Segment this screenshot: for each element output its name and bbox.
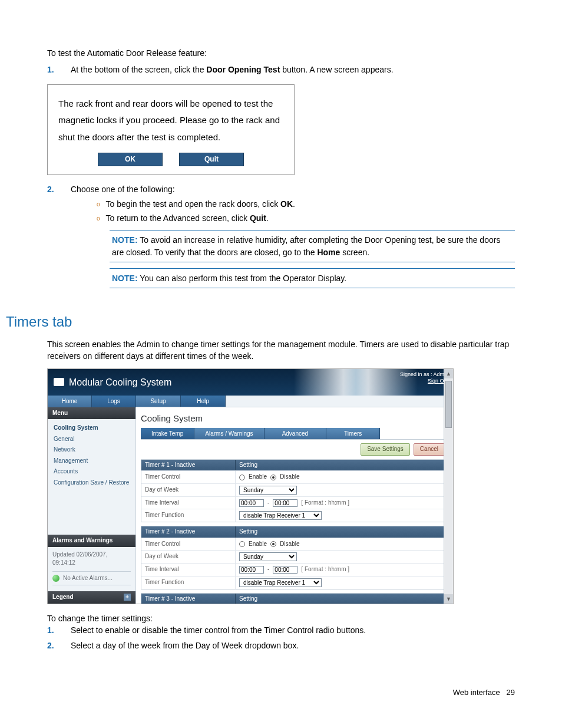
header-banner-image — [294, 369, 418, 396]
note-operator-display: NOTE: You can also perform this test fro… — [110, 268, 515, 288]
timer-header: Timer # 3 - Inactive — [141, 594, 236, 604]
function-select[interactable]: disable Trap Receiver 1 — [239, 578, 322, 587]
bullet-icon: o — [97, 201, 100, 207]
time-from-input[interactable] — [239, 499, 264, 507]
scroll-down-icon[interactable]: ▼ — [444, 594, 453, 604]
label-time-interval: Time Interval — [141, 564, 236, 576]
setting-header: Setting — [236, 526, 444, 538]
label-timer-function: Timer Function — [141, 577, 236, 589]
hp-logo-icon — [54, 378, 64, 386]
legend-header[interactable]: Legend + — [48, 591, 135, 604]
intro-text: To test the Automatic Door Release featu… — [47, 47, 515, 59]
step-number-2: 2. — [47, 183, 71, 294]
note-humidity: NOTE: To avoid an increase in relative h… — [110, 230, 515, 262]
step-2-text: Choose one of the following: — [71, 185, 175, 194]
bullet-icon: o — [97, 215, 100, 222]
app-logo: Modular Cooling System — [54, 375, 171, 389]
radio-disable[interactable] — [270, 475, 276, 480]
timer-block-2: Timer # 2 - InactiveSettingTimer Control… — [141, 526, 445, 589]
side-item-cooling[interactable]: Cooling System — [54, 423, 135, 434]
section-intro: This screen enables the Admin to change … — [47, 338, 515, 363]
tab-advanced[interactable]: Advanced — [265, 428, 326, 439]
tab-intake-temp[interactable]: Intake Temp — [141, 428, 194, 439]
post-step-1-num: 1. — [47, 624, 71, 636]
alarms-header: Alarms and Warnings — [48, 535, 135, 547]
label-timer-function: Timer Function — [141, 509, 236, 522]
step-1-text: At the bottom of the screen, click the D… — [71, 64, 394, 75]
time-from-input[interactable] — [239, 566, 264, 574]
label-timer-control: Timer Control — [141, 538, 236, 551]
tab-alarms[interactable]: Alarms / Warnings — [194, 428, 264, 439]
day-select[interactable]: Sunday — [239, 486, 297, 495]
label-timer-control: Timer Control — [141, 471, 236, 483]
quit-button[interactable]: Quit — [179, 153, 244, 166]
scroll-up-icon[interactable]: ▲ — [444, 369, 453, 378]
expand-icon[interactable]: + — [124, 594, 131, 601]
timer-block-3: Timer # 3 - InactiveSettingTimer Control… — [141, 593, 445, 604]
timer-block-1: Timer # 1 - InactiveSettingTimer Control… — [141, 459, 445, 523]
side-item-network[interactable]: Network — [54, 444, 135, 456]
side-item-general[interactable]: General — [54, 434, 135, 445]
substep-ok: oTo begin the test and open the rack doo… — [97, 198, 515, 210]
signin-info: Signed in as : Admin Sign Out — [400, 371, 448, 385]
scroll-thumb[interactable] — [445, 381, 452, 428]
post-step-2: Select a day of the week from the Day of… — [71, 640, 299, 651]
status-ok-icon — [52, 575, 59, 582]
timer-header: Timer # 1 - Inactive — [141, 460, 236, 471]
side-menu: Cooling System General Network Managemen… — [48, 419, 135, 494]
save-settings-button[interactable]: Save Settings — [361, 443, 410, 456]
main-title: Cooling System — [141, 412, 445, 425]
label-day-of-week: Day of Week — [141, 551, 236, 563]
setting-header: Setting — [236, 460, 444, 471]
post-step-1: Select to enable or disable the timer co… — [71, 624, 366, 636]
tab-timers[interactable]: Timers — [326, 428, 380, 439]
format-hint: [ Format : hh:mm ] — [301, 499, 349, 508]
radio-enable[interactable] — [239, 541, 245, 547]
alarms-updated: Updated 02/06/2007, 09:14:12 — [52, 551, 131, 568]
label-day-of-week: Day of Week — [141, 484, 236, 496]
footer-section: Web interface — [453, 687, 500, 699]
nav-help[interactable]: Help — [181, 396, 226, 407]
dialog-message: The rack front and rear doors will be op… — [58, 95, 283, 146]
post-step-2-num: 2. — [47, 640, 71, 651]
function-select[interactable]: disable Trap Receiver 1 — [239, 511, 322, 520]
side-item-config[interactable]: Configuration Save / Restore — [54, 477, 135, 489]
setting-header: Setting — [236, 594, 444, 604]
side-menu-header: Menu — [48, 407, 135, 420]
post-intro: To change the timer settings: — [47, 612, 515, 624]
no-alarms-text: No Active Alarms... — [63, 574, 113, 583]
format-hint: [ Format : hh:mm ] — [301, 565, 349, 574]
radio-disable[interactable] — [270, 541, 276, 547]
side-item-accounts[interactable]: Accounts — [54, 466, 135, 477]
timers-screenshot: Modular Cooling System Signed in as : Ad… — [47, 368, 454, 604]
nav-home[interactable]: Home — [48, 396, 92, 407]
nav-logs[interactable]: Logs — [92, 396, 136, 407]
day-select[interactable]: Sunday — [239, 552, 297, 561]
ok-button[interactable]: OK — [98, 153, 163, 166]
section-heading-timers: Timers tab — [6, 312, 515, 332]
radio-enable[interactable] — [239, 475, 245, 480]
timer-header: Timer # 2 - Inactive — [141, 526, 236, 538]
footer-page: 29 — [507, 687, 515, 699]
side-item-management[interactable]: Management — [54, 456, 135, 467]
door-test-dialog: The rack front and rear doors will be op… — [47, 84, 295, 176]
cancel-button[interactable]: Cancel — [414, 443, 445, 456]
time-to-input[interactable] — [273, 499, 297, 507]
nav-setup[interactable]: Setup — [136, 396, 181, 407]
substep-quit: oTo return to the Advanced screen, click… — [97, 212, 515, 224]
scrollbar[interactable]: ▲ ▼ — [444, 369, 453, 604]
time-to-input[interactable] — [273, 566, 297, 574]
label-time-interval: Time Interval — [141, 497, 236, 509]
app-title: Modular Cooling System — [69, 375, 171, 389]
step-number-1: 1. — [47, 64, 71, 75]
